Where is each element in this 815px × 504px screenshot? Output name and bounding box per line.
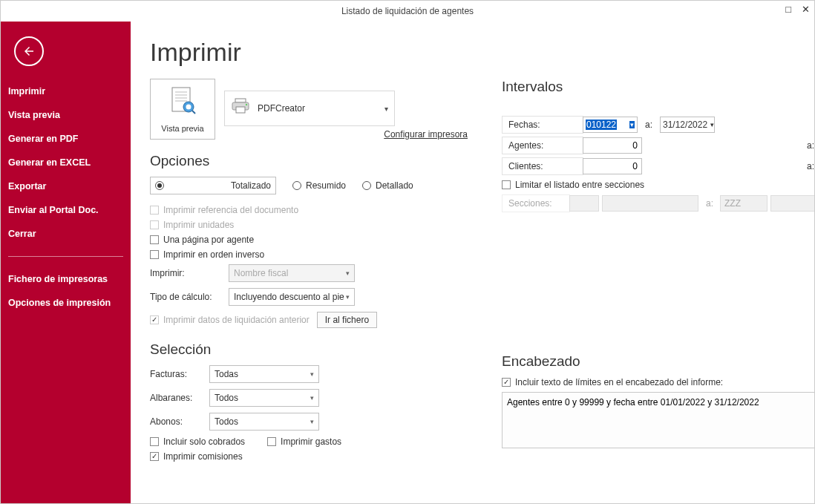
radio-resumido[interactable]: Resumido (292, 177, 346, 194)
document-preview-icon (169, 86, 196, 121)
configure-printer-link[interactable]: Configurar impresora (384, 129, 468, 140)
chevron-down-icon: ▾ (629, 121, 635, 128)
albaranes-select[interactable]: Todos▾ (209, 389, 319, 407)
svg-point-11 (246, 104, 247, 105)
printer-select[interactable]: PDFCreator ▾ (224, 91, 395, 126)
svg-line-7 (192, 111, 195, 114)
a-label: a: (645, 120, 652, 130)
sidebar-item-fichero-impresoras[interactable]: Fichero de impresoras (1, 267, 131, 291)
a-label: a: (807, 161, 814, 171)
sidebar-item-imprimir[interactable]: Imprimir (1, 79, 131, 103)
fecha-hasta-input[interactable]: 31/12/2022▾ (660, 117, 715, 133)
chevron-down-icon: ▾ (346, 293, 350, 301)
agentes-desde-input[interactable] (583, 137, 642, 154)
sidebar-item-enviar-portal[interactable]: Enviar al Portal Doc. (1, 198, 131, 222)
a-label: a: (807, 140, 814, 151)
intervalos-heading: Intervalos (502, 79, 814, 95)
check-imprimir-comisiones[interactable]: Imprimir comisiones (150, 451, 468, 462)
close-icon[interactable]: ✕ (802, 4, 810, 15)
chevron-down-icon: ▾ (310, 418, 314, 425)
check-imprimir-referencia: Imprimir referencia del documento (150, 205, 468, 215)
svg-rect-10 (236, 107, 245, 113)
facturas-select[interactable]: Todas▾ (209, 365, 319, 383)
a-label: a: (706, 198, 713, 209)
svg-point-6 (186, 104, 192, 109)
svg-rect-8 (235, 99, 246, 102)
radio-totalizado[interactable]: Totalizado (150, 177, 276, 194)
secciones-hasta-code (720, 195, 767, 212)
printer-icon (231, 98, 250, 119)
chevron-down-icon: ▾ (384, 105, 388, 113)
check-incluir-limites[interactable]: Incluir texto de límites en el encabezad… (502, 377, 814, 387)
options-heading: Opciones (150, 153, 468, 169)
check-solo-cobrados[interactable]: Incluir solo cobrados (150, 436, 245, 447)
secciones-desde-name (602, 195, 698, 212)
check-limitar-secciones[interactable]: Limitar el listado entre secciones (502, 180, 814, 190)
tipo-calculo-select[interactable]: Incluyendo descuento al pie▾ (229, 288, 355, 306)
radio-detallado[interactable]: Detallado (362, 177, 413, 194)
encabezado-heading: Encabezado (502, 353, 814, 370)
check-liquidacion-anterior: Imprimir datos de liquidación anterior (150, 315, 310, 325)
printer-name: PDFCreator (258, 103, 377, 114)
sidebar-item-vista-previa[interactable]: Vista previa (1, 103, 131, 127)
preview-button[interactable]: Vista previa (150, 79, 215, 140)
imprimir-select: Nombre fiscal▾ (229, 264, 355, 282)
clientes-label: Clientes: (502, 157, 583, 175)
albaranes-label: Albaranes: (150, 393, 202, 403)
ir-al-fichero-button[interactable]: Ir al fichero (317, 312, 377, 328)
chevron-down-icon: ▾ (710, 121, 714, 128)
check-una-pagina[interactable]: Una página por agente (150, 235, 468, 245)
agentes-label: Agentes: (502, 137, 583, 154)
tipo-calculo-label: Tipo de cálculo: (150, 292, 221, 302)
arrow-left-icon (22, 45, 36, 58)
check-imprimir-unidades: Imprimir unidades (150, 220, 468, 230)
divider (8, 256, 123, 257)
check-imprimir-gastos[interactable]: Imprimir gastos (267, 436, 341, 447)
sidebar-item-opciones-impresion[interactable]: Opciones de impresión (1, 291, 131, 315)
imprimir-label: Imprimir: (150, 268, 221, 278)
sidebar-item-exportar[interactable]: Exportar (1, 174, 131, 198)
fechas-label: Fechas: (502, 116, 583, 134)
titlebar: Listado de liquidación de agentes □ ✕ (1, 1, 814, 22)
secciones-desde-code (569, 195, 599, 212)
secciones-label: Secciones: (502, 194, 570, 212)
sidebar-item-cerrar[interactable]: Cerrar (1, 222, 131, 246)
sidebar-item-generar-pdf[interactable]: Generar en PDF (1, 127, 131, 151)
maximize-icon[interactable]: □ (785, 4, 791, 15)
abonos-label: Abonos: (150, 416, 202, 427)
chevron-down-icon: ▾ (310, 394, 314, 402)
chevron-down-icon: ▾ (310, 370, 314, 378)
fecha-desde-input[interactable]: 010122▾ (583, 117, 638, 133)
sidebar-item-generar-excel[interactable]: Generar en EXCEL (1, 151, 131, 174)
abonos-select[interactable]: Todos▾ (209, 413, 319, 431)
sidebar: Imprimir Vista previa Generar en PDF Gen… (1, 22, 131, 503)
facturas-label: Facturas: (150, 369, 202, 379)
preview-label: Vista previa (161, 124, 203, 133)
back-button[interactable] (14, 36, 44, 66)
window-title: Listado de liquidación de agentes (341, 6, 474, 16)
check-orden-inverso[interactable]: Imprimir en orden inverso (150, 249, 468, 260)
page-title: Imprimir (150, 38, 795, 67)
chevron-down-icon: ▾ (346, 269, 350, 277)
encabezado-textarea[interactable] (502, 392, 814, 448)
seleccion-heading: Selección (150, 341, 468, 358)
clientes-desde-input[interactable] (583, 158, 642, 174)
secciones-hasta-name (770, 195, 814, 212)
